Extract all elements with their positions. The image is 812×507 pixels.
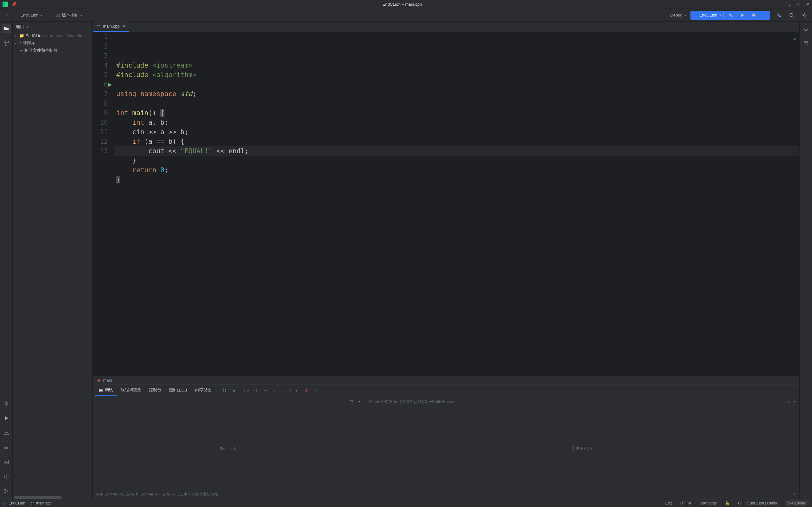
cpp-file-icon: c⁺: [31, 501, 34, 505]
svg-point-3: [790, 13, 793, 16]
cmake-profile[interactable]: C++: EndCLion | Debug: [736, 501, 780, 505]
debug-tool-icon[interactable]: [2, 399, 11, 408]
debug-tab[interactable]: ▣调试: [95, 385, 117, 396]
close-window-icon[interactable]: ✕: [806, 2, 809, 7]
database-tool-icon[interactable]: [802, 39, 810, 48]
horizontal-scrollbar[interactable]: [14, 496, 62, 499]
structure-tool-icon[interactable]: [2, 39, 11, 48]
breadcrumb-icon: ◉: [97, 378, 101, 383]
hamburger-menu-icon[interactable]: ≡: [3, 12, 11, 18]
file-encoding[interactable]: UTF-8: [679, 501, 693, 505]
code-with-me-icon[interactable]: [774, 11, 783, 20]
editor-tab[interactable]: c⁺main.cpp✕: [93, 21, 129, 32]
problems-tool-icon[interactable]: [2, 428, 11, 437]
svg-point-14: [804, 41, 808, 43]
todo-tool-icon[interactable]: [2, 443, 11, 452]
step-into-button[interactable]: ↓: [271, 387, 278, 394]
more-tools-icon[interactable]: ⋯: [2, 53, 11, 62]
more-run-icon[interactable]: ⋮: [761, 11, 769, 20]
debug-panel: ▣调试线程和变量控制台⌨LLDB内存视图 ■ ↓ ↑ ● ⊘ ⋮: [93, 385, 799, 499]
debug-tab[interactable]: 内存视图: [191, 385, 215, 396]
left-tool-stripe: ⋯: [0, 21, 13, 499]
title-bar: CL 📌 EndCLion – main.cpp ⌄ ◇ ✕: [0, 0, 812, 9]
bug-icon: [751, 13, 756, 18]
run-target-button[interactable]: ▢ EndCLion ▾: [694, 13, 724, 17]
editor-tabs-more-icon[interactable]: ⋮: [789, 27, 799, 32]
svg-point-1: [777, 14, 779, 15]
breadcrumb-label: main: [103, 378, 112, 383]
svg-point-8: [5, 402, 8, 405]
debug-toolbar: ■ ↓ ↑ ● ⊘ ⋮: [221, 387, 319, 394]
maximize-icon[interactable]: ◇: [797, 2, 800, 7]
stop-button[interactable]: ■: [230, 387, 237, 394]
line-gutter: 123456▶78910111213: [93, 32, 114, 376]
run-tool-icon[interactable]: [2, 414, 11, 422]
clang-tidy-status[interactable]: .clang-tidy: [697, 501, 719, 505]
editor-breadcrumb[interactable]: ◉ main: [93, 376, 799, 385]
run-config-label: Debug: [670, 13, 683, 17]
add-watch-icon[interactable]: ＋: [787, 399, 791, 404]
code-area[interactable]: ✔ #include <iostream>#include <algorithm…: [114, 32, 799, 376]
project-tree-node[interactable]: ›📁EndCLion/run/media/simondguqiu/Dat: [14, 33, 91, 39]
code-editor[interactable]: 123456▶78910111213 ✔ #include <iostream>…: [93, 32, 799, 376]
project-tool-icon[interactable]: [2, 24, 11, 33]
search-everywhere-icon[interactable]: [787, 11, 796, 20]
close-tab-icon[interactable]: ✕: [122, 24, 125, 28]
resume-button[interactable]: [243, 387, 250, 394]
caret-position[interactable]: 13:2: [663, 501, 674, 505]
right-tool-stripe: [799, 21, 812, 499]
debug-tabs: ▣调试线程和变量控制台⌨LLDB内存视图 ■ ↓ ↑ ● ⊘ ⋮: [93, 385, 799, 396]
step-over-button[interactable]: [262, 387, 269, 394]
frames-pane: ▽ ▾ 帧不可用: [93, 396, 364, 490]
memory-indicator[interactable]: 544/2000M: [785, 500, 809, 506]
play-icon: [740, 13, 745, 18]
pause-button[interactable]: [252, 387, 259, 394]
rerun-button[interactable]: [221, 387, 228, 394]
run-button[interactable]: [738, 11, 747, 20]
mute-breakpoints-button[interactable]: ⊘: [303, 387, 310, 394]
debug-button[interactable]: [749, 11, 758, 20]
lock-icon[interactable]: 🔓: [723, 501, 732, 505]
debug-tab[interactable]: 线程和变量: [117, 385, 145, 396]
debug-tab[interactable]: 控制台: [145, 385, 165, 396]
evaluate-expression-input[interactable]: [368, 399, 783, 404]
settings-icon[interactable]: [800, 11, 809, 20]
project-dropdown[interactable]: EndCLion: [17, 11, 46, 19]
debug-hint: 使用 Ctrl+Alt+向上箭头 和 Ctrl+Alt+向下箭头 从 IDE 中…: [93, 490, 799, 499]
debug-hint-text: 使用 Ctrl+Alt+向上箭头 和 Ctrl+Alt+向下箭头 从 IDE 中…: [96, 492, 218, 497]
svg-point-11: [4, 489, 6, 491]
svg-point-4: [803, 14, 805, 16]
navbar-crumb-project: EndCLion: [9, 501, 25, 505]
vcs-tool-icon[interactable]: [2, 487, 11, 496]
project-tree-node[interactable]: ›⫴外部库: [14, 39, 91, 47]
minimize-icon[interactable]: ⌄: [788, 2, 791, 7]
frames-empty-label: 帧不可用: [93, 407, 364, 490]
clion-logo-icon: CL: [3, 2, 8, 7]
debug-tab[interactable]: ⌨LLDB: [165, 385, 191, 396]
debug-more-icon[interactable]: ⋮: [312, 387, 319, 394]
project-tree-node[interactable]: ≣临时文件和控制台: [14, 47, 91, 54]
analysis-ok-icon[interactable]: ✔: [794, 34, 796, 44]
window-controls: ⌄ ◇ ✕: [788, 2, 809, 7]
run-config-dropdown[interactable]: Debug: [667, 11, 690, 19]
step-out-button[interactable]: ↑: [281, 387, 288, 394]
main-toolbar: ≡ EndCLion ⎇ 版本控制 Debug ▢ EndCLion ▾: [0, 9, 812, 21]
filter-icon[interactable]: ▽: [350, 399, 353, 404]
project-tree: ›📁EndCLion/run/media/simondguqiu/Dat›⫴外部…: [13, 32, 92, 55]
build-button[interactable]: [726, 11, 735, 20]
svg-point-2: [779, 15, 780, 17]
vcs-dropdown[interactable]: ⎇ 版本控制: [52, 11, 86, 19]
vars-dropdown-icon[interactable]: ▾: [794, 400, 796, 403]
thread-dropdown-icon[interactable]: ▾: [359, 400, 360, 403]
svg-point-0: [752, 14, 755, 16]
pin-icon[interactable]: 📌: [11, 2, 16, 7]
view-breakpoints-button[interactable]: ●: [293, 387, 300, 394]
hammer-icon: [728, 13, 733, 18]
terminal-tool-icon[interactable]: [2, 457, 11, 466]
notifications-icon[interactable]: [802, 24, 810, 33]
navbar-crumb-file: main.cpp: [36, 501, 52, 505]
close-hint-icon[interactable]: ✕: [793, 492, 796, 497]
navbar-breadcrumb[interactable]: ▢ EndCLion › c⁺ main.cpp: [3, 501, 51, 505]
project-panel-header[interactable]: 项目: [13, 21, 92, 32]
services-tool-icon[interactable]: [2, 472, 11, 481]
